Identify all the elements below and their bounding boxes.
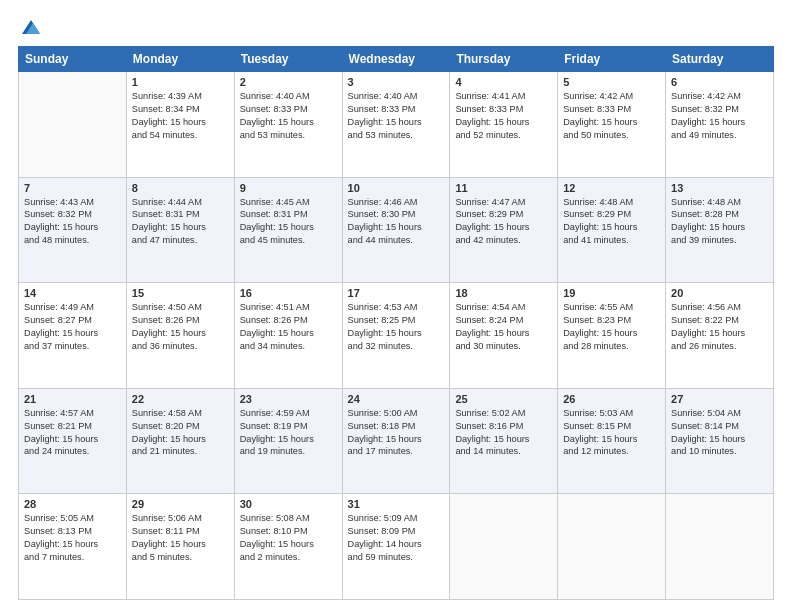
day-number: 1 (132, 76, 229, 88)
calendar-cell: 9Sunrise: 4:45 AM Sunset: 8:31 PM Daylig… (234, 177, 342, 283)
day-number: 9 (240, 182, 337, 194)
calendar-cell: 24Sunrise: 5:00 AM Sunset: 8:18 PM Dayli… (342, 388, 450, 494)
header-sunday: Sunday (19, 47, 127, 72)
cell-info: Sunrise: 4:44 AM Sunset: 8:31 PM Dayligh… (132, 196, 229, 248)
cell-info: Sunrise: 4:54 AM Sunset: 8:24 PM Dayligh… (455, 301, 552, 353)
calendar-cell: 12Sunrise: 4:48 AM Sunset: 8:29 PM Dayli… (558, 177, 666, 283)
cell-info: Sunrise: 4:41 AM Sunset: 8:33 PM Dayligh… (455, 90, 552, 142)
cell-info: Sunrise: 4:40 AM Sunset: 8:33 PM Dayligh… (240, 90, 337, 142)
calendar-cell: 2Sunrise: 4:40 AM Sunset: 8:33 PM Daylig… (234, 72, 342, 178)
calendar-cell: 15Sunrise: 4:50 AM Sunset: 8:26 PM Dayli… (126, 283, 234, 389)
day-number: 7 (24, 182, 121, 194)
cell-info: Sunrise: 5:04 AM Sunset: 8:14 PM Dayligh… (671, 407, 768, 459)
cell-info: Sunrise: 4:45 AM Sunset: 8:31 PM Dayligh… (240, 196, 337, 248)
day-number: 11 (455, 182, 552, 194)
cell-info: Sunrise: 5:05 AM Sunset: 8:13 PM Dayligh… (24, 512, 121, 564)
cell-info: Sunrise: 4:59 AM Sunset: 8:19 PM Dayligh… (240, 407, 337, 459)
header-tuesday: Tuesday (234, 47, 342, 72)
calendar-cell: 5Sunrise: 4:42 AM Sunset: 8:33 PM Daylig… (558, 72, 666, 178)
header-wednesday: Wednesday (342, 47, 450, 72)
header-monday: Monday (126, 47, 234, 72)
calendar-cell: 22Sunrise: 4:58 AM Sunset: 8:20 PM Dayli… (126, 388, 234, 494)
header-friday: Friday (558, 47, 666, 72)
day-number: 28 (24, 498, 121, 510)
cell-info: Sunrise: 4:50 AM Sunset: 8:26 PM Dayligh… (132, 301, 229, 353)
calendar-row-0: 1Sunrise: 4:39 AM Sunset: 8:34 PM Daylig… (19, 72, 774, 178)
cell-info: Sunrise: 4:58 AM Sunset: 8:20 PM Dayligh… (132, 407, 229, 459)
calendar-cell: 4Sunrise: 4:41 AM Sunset: 8:33 PM Daylig… (450, 72, 558, 178)
calendar-cell (558, 494, 666, 600)
day-number: 29 (132, 498, 229, 510)
day-number: 13 (671, 182, 768, 194)
calendar-row-4: 28Sunrise: 5:05 AM Sunset: 8:13 PM Dayli… (19, 494, 774, 600)
cell-info: Sunrise: 4:42 AM Sunset: 8:33 PM Dayligh… (563, 90, 660, 142)
header-thursday: Thursday (450, 47, 558, 72)
day-number: 3 (348, 76, 445, 88)
calendar-cell: 7Sunrise: 4:43 AM Sunset: 8:32 PM Daylig… (19, 177, 127, 283)
calendar-cell: 17Sunrise: 4:53 AM Sunset: 8:25 PM Dayli… (342, 283, 450, 389)
day-number: 25 (455, 393, 552, 405)
cell-info: Sunrise: 5:09 AM Sunset: 8:09 PM Dayligh… (348, 512, 445, 564)
calendar-cell (19, 72, 127, 178)
header-saturday: Saturday (666, 47, 774, 72)
calendar-cell: 28Sunrise: 5:05 AM Sunset: 8:13 PM Dayli… (19, 494, 127, 600)
calendar-cell: 13Sunrise: 4:48 AM Sunset: 8:28 PM Dayli… (666, 177, 774, 283)
calendar-cell: 1Sunrise: 4:39 AM Sunset: 8:34 PM Daylig… (126, 72, 234, 178)
calendar-cell: 6Sunrise: 4:42 AM Sunset: 8:32 PM Daylig… (666, 72, 774, 178)
cell-info: Sunrise: 4:46 AM Sunset: 8:30 PM Dayligh… (348, 196, 445, 248)
cell-info: Sunrise: 4:56 AM Sunset: 8:22 PM Dayligh… (671, 301, 768, 353)
weekday-header-row: Sunday Monday Tuesday Wednesday Thursday… (19, 47, 774, 72)
cell-info: Sunrise: 5:06 AM Sunset: 8:11 PM Dayligh… (132, 512, 229, 564)
cell-info: Sunrise: 5:03 AM Sunset: 8:15 PM Dayligh… (563, 407, 660, 459)
day-number: 21 (24, 393, 121, 405)
calendar-cell: 26Sunrise: 5:03 AM Sunset: 8:15 PM Dayli… (558, 388, 666, 494)
calendar-cell: 30Sunrise: 5:08 AM Sunset: 8:10 PM Dayli… (234, 494, 342, 600)
cell-info: Sunrise: 4:48 AM Sunset: 8:28 PM Dayligh… (671, 196, 768, 248)
calendar-cell: 29Sunrise: 5:06 AM Sunset: 8:11 PM Dayli… (126, 494, 234, 600)
calendar-cell: 10Sunrise: 4:46 AM Sunset: 8:30 PM Dayli… (342, 177, 450, 283)
day-number: 31 (348, 498, 445, 510)
day-number: 10 (348, 182, 445, 194)
day-number: 26 (563, 393, 660, 405)
day-number: 12 (563, 182, 660, 194)
calendar-cell: 19Sunrise: 4:55 AM Sunset: 8:23 PM Dayli… (558, 283, 666, 389)
calendar-cell: 14Sunrise: 4:49 AM Sunset: 8:27 PM Dayli… (19, 283, 127, 389)
day-number: 8 (132, 182, 229, 194)
day-number: 16 (240, 287, 337, 299)
day-number: 14 (24, 287, 121, 299)
calendar-cell: 23Sunrise: 4:59 AM Sunset: 8:19 PM Dayli… (234, 388, 342, 494)
cell-info: Sunrise: 4:42 AM Sunset: 8:32 PM Dayligh… (671, 90, 768, 142)
day-number: 23 (240, 393, 337, 405)
cell-info: Sunrise: 4:48 AM Sunset: 8:29 PM Dayligh… (563, 196, 660, 248)
logo-icon (20, 18, 42, 36)
day-number: 17 (348, 287, 445, 299)
calendar-cell: 27Sunrise: 5:04 AM Sunset: 8:14 PM Dayli… (666, 388, 774, 494)
day-number: 15 (132, 287, 229, 299)
calendar-cell: 8Sunrise: 4:44 AM Sunset: 8:31 PM Daylig… (126, 177, 234, 283)
day-number: 19 (563, 287, 660, 299)
cell-info: Sunrise: 4:51 AM Sunset: 8:26 PM Dayligh… (240, 301, 337, 353)
calendar-cell: 16Sunrise: 4:51 AM Sunset: 8:26 PM Dayli… (234, 283, 342, 389)
cell-info: Sunrise: 4:55 AM Sunset: 8:23 PM Dayligh… (563, 301, 660, 353)
cell-info: Sunrise: 4:53 AM Sunset: 8:25 PM Dayligh… (348, 301, 445, 353)
cell-info: Sunrise: 5:02 AM Sunset: 8:16 PM Dayligh… (455, 407, 552, 459)
day-number: 20 (671, 287, 768, 299)
day-number: 6 (671, 76, 768, 88)
calendar-cell: 18Sunrise: 4:54 AM Sunset: 8:24 PM Dayli… (450, 283, 558, 389)
day-number: 5 (563, 76, 660, 88)
day-number: 30 (240, 498, 337, 510)
calendar-cell: 20Sunrise: 4:56 AM Sunset: 8:22 PM Dayli… (666, 283, 774, 389)
day-number: 18 (455, 287, 552, 299)
cell-info: Sunrise: 5:00 AM Sunset: 8:18 PM Dayligh… (348, 407, 445, 459)
cell-info: Sunrise: 5:08 AM Sunset: 8:10 PM Dayligh… (240, 512, 337, 564)
cell-info: Sunrise: 4:40 AM Sunset: 8:33 PM Dayligh… (348, 90, 445, 142)
calendar-cell: 31Sunrise: 5:09 AM Sunset: 8:09 PM Dayli… (342, 494, 450, 600)
cell-info: Sunrise: 4:39 AM Sunset: 8:34 PM Dayligh… (132, 90, 229, 142)
calendar-row-3: 21Sunrise: 4:57 AM Sunset: 8:21 PM Dayli… (19, 388, 774, 494)
page: Sunday Monday Tuesday Wednesday Thursday… (0, 0, 792, 612)
logo (18, 18, 42, 36)
day-number: 2 (240, 76, 337, 88)
cell-info: Sunrise: 4:57 AM Sunset: 8:21 PM Dayligh… (24, 407, 121, 459)
calendar-cell: 11Sunrise: 4:47 AM Sunset: 8:29 PM Dayli… (450, 177, 558, 283)
day-number: 24 (348, 393, 445, 405)
